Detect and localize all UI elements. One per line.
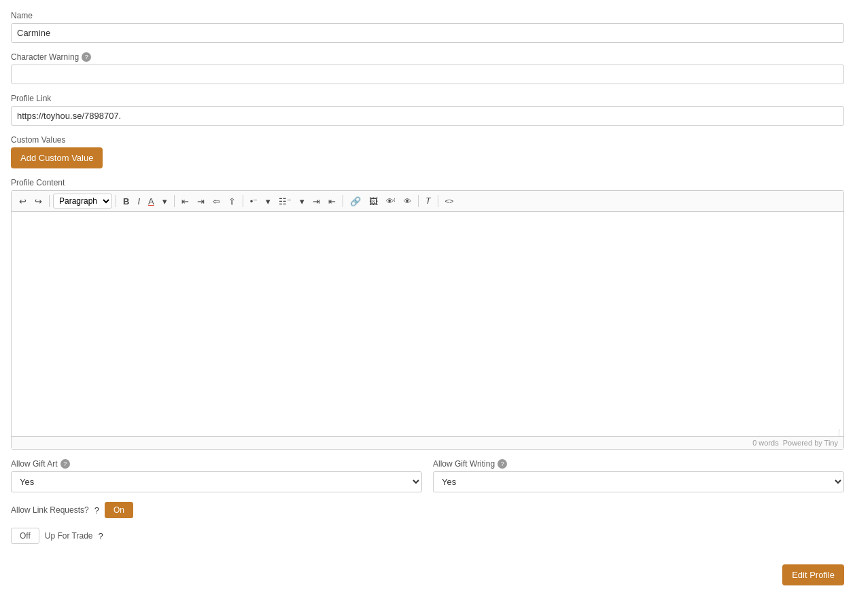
- text-color-dropdown[interactable]: ▾: [159, 195, 171, 208]
- character-warning-label: Character Warning ?: [11, 52, 844, 62]
- bullet-list-button[interactable]: •⁻: [247, 195, 262, 208]
- character-warning-help-icon[interactable]: ?: [82, 52, 91, 62]
- rich-text-editor: ↩ ↪ Paragraph Heading 1 Heading 2 Headin…: [11, 190, 844, 450]
- toolbar-divider-6: [418, 195, 419, 207]
- profile-link-group: Profile Link: [11, 94, 844, 126]
- editor-resize-handle[interactable]: ⌠: [837, 429, 843, 436]
- allow-gift-writing-select[interactable]: Yes No Ask First: [433, 471, 844, 492]
- bullet-list-dropdown[interactable]: ▾: [262, 195, 274, 208]
- profile-link-input[interactable]: [11, 106, 844, 126]
- indent-increase-button[interactable]: ⇥: [309, 195, 324, 208]
- undo-button[interactable]: ↩: [16, 195, 30, 208]
- toolbar-divider-2: [116, 195, 116, 207]
- bold-button[interactable]: B: [120, 195, 133, 208]
- preview-button[interactable]: 👁: [400, 196, 415, 207]
- profile-content-group: Profile Content ↩ ↪ Paragraph Heading 1 …: [11, 178, 844, 450]
- toolbar-divider-3: [174, 195, 175, 207]
- align-left-button[interactable]: ⇤: [178, 195, 192, 208]
- allow-gift-art-help-icon[interactable]: ?: [60, 459, 70, 469]
- align-right-button[interactable]: ⇦: [209, 195, 224, 208]
- custom-values-group: Custom Values Add Custom Value: [11, 135, 844, 168]
- insert-link-button[interactable]: 🔗: [347, 195, 364, 208]
- allow-gift-art-group: Allow Gift Art ? Yes No Ask First: [11, 459, 422, 492]
- redo-button[interactable]: ↪: [31, 195, 46, 208]
- name-group: Name: [11, 11, 844, 43]
- allow-gift-writing-label: Allow Gift Writing ?: [433, 459, 844, 469]
- gift-settings-row: Allow Gift Art ? Yes No Ask First Allow …: [11, 459, 844, 492]
- align-justify-button[interactable]: ⇧: [225, 195, 239, 208]
- allow-link-requests-row: Allow Link Requests? ? On: [11, 502, 844, 518]
- allow-link-requests-help-icon[interactable]: ?: [94, 505, 99, 515]
- name-label: Name: [11, 11, 844, 20]
- up-for-trade-label: Up For Trade: [45, 531, 93, 541]
- custom-values-label: Custom Values: [11, 135, 844, 145]
- add-custom-value-button[interactable]: Add Custom Value: [11, 147, 103, 168]
- word-count: 0 words: [752, 439, 779, 447]
- powered-by: Powered by Tiny: [783, 439, 838, 447]
- up-for-trade-toggle[interactable]: Off: [11, 528, 39, 544]
- indent-decrease-button[interactable]: ⇤: [325, 195, 339, 208]
- toolbar-divider-1: [49, 195, 50, 207]
- toolbar-divider-5: [343, 195, 343, 207]
- edit-profile-button[interactable]: Edit Profile: [782, 564, 844, 585]
- character-warning-group: Character Warning ?: [11, 52, 844, 84]
- editor-body[interactable]: ⌠: [12, 212, 843, 436]
- profile-content-label: Profile Content: [11, 178, 844, 187]
- insert-image-button[interactable]: 🖼: [366, 195, 381, 208]
- text-color-button[interactable]: A: [145, 195, 158, 208]
- profile-link-label: Profile Link: [11, 94, 844, 103]
- editor-toolbar: ↩ ↪ Paragraph Heading 1 Heading 2 Headin…: [12, 191, 843, 212]
- up-for-trade-help-icon[interactable]: ?: [99, 531, 103, 541]
- up-for-trade-row: Off Up For Trade ?: [11, 528, 844, 544]
- allow-gift-art-select[interactable]: Yes No Ask First: [11, 471, 422, 492]
- source-code-button[interactable]: <>: [442, 196, 457, 207]
- allow-gift-art-label: Allow Gift Art ?: [11, 459, 422, 469]
- allow-link-requests-label: Allow Link Requests?: [11, 505, 89, 515]
- editor-footer: 0 words Powered by Tiny: [12, 436, 843, 449]
- align-center-button[interactable]: ⇥: [194, 195, 208, 208]
- name-input[interactable]: [11, 23, 844, 43]
- allow-gift-writing-group: Allow Gift Writing ? Yes No Ask First: [433, 459, 844, 492]
- toolbar-divider-4: [243, 195, 243, 207]
- spoiler-button[interactable]: 👁⁽: [383, 196, 399, 207]
- character-warning-input[interactable]: [11, 65, 844, 84]
- form-footer: Edit Profile: [11, 554, 844, 585]
- italic-button[interactable]: I: [134, 195, 143, 208]
- allow-link-requests-toggle[interactable]: On: [105, 502, 133, 518]
- paragraph-format-select[interactable]: Paragraph Heading 1 Heading 2 Heading 3: [53, 194, 112, 209]
- toolbar-divider-7: [438, 195, 438, 207]
- numbered-list-button[interactable]: ☷⁻: [275, 195, 295, 208]
- numbered-list-dropdown[interactable]: ▾: [296, 195, 308, 208]
- text-size-button[interactable]: T: [422, 195, 434, 207]
- allow-gift-writing-help-icon[interactable]: ?: [498, 459, 507, 469]
